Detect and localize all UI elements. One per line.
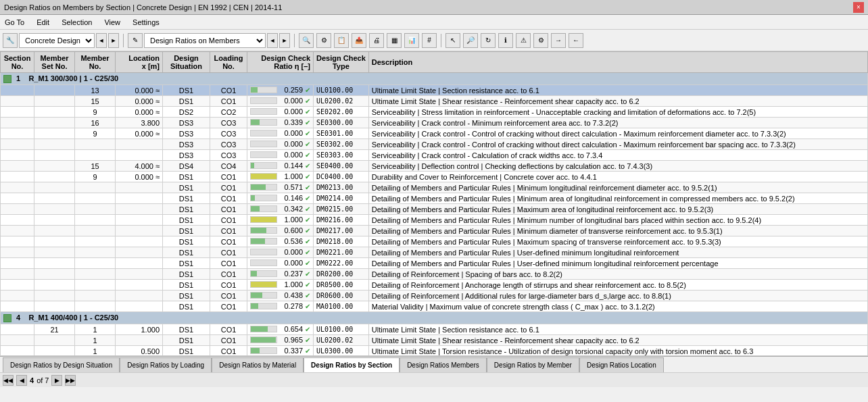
toolbar-arrow-right-icon[interactable]: → — [551, 33, 566, 48]
cell-check-type: DR0200.00 — [314, 269, 369, 280]
table-row[interactable]: DS3 CO3 0.000 ✔ SE0303.00 Serviceability… — [1, 150, 868, 161]
cell-check-type: DM0216.00 — [314, 215, 369, 226]
page-first-btn[interactable]: ◀◀ — [3, 375, 14, 386]
menu-goto[interactable]: Go To — [3, 18, 26, 27]
toolbar-warning-icon[interactable]: ⚠ — [516, 33, 531, 48]
table-row[interactable]: 9 0.000 ≈ DS3 CO3 0.000 ✔ SE0301.00 Serv… — [1, 128, 868, 139]
cell-member-set — [34, 204, 75, 215]
cell-loading: CO1 — [210, 247, 247, 258]
table-row[interactable]: 9 0.000 ≈ DS1 CO1 1.000 ✔ DC0400.00 Dura… — [1, 172, 868, 182]
toolbar-chart-icon[interactable]: 📊 — [404, 33, 419, 48]
cell-location — [116, 182, 163, 193]
toolbar-grid-icon[interactable]: ▦ — [387, 33, 402, 48]
tab-material[interactable]: Design Ratios by Material — [212, 357, 304, 372]
page-next-btn[interactable]: ▶ — [51, 375, 62, 386]
tab-design-situation[interactable]: Design Ratios by Design Situation — [3, 357, 120, 372]
cell-location — [116, 226, 163, 236]
close-button[interactable]: × — [853, 2, 864, 13]
table-row[interactable]: 21 1 1.000 DS1 CO1 0.654 ✔ UL0100.00 Ult… — [1, 324, 868, 335]
cell-location — [116, 335, 163, 346]
cell-location — [116, 301, 163, 312]
table-row[interactable]: DS1 CO1 0.237 ✔ DR0200.00 Detailing of R… — [1, 269, 868, 280]
cell-loading: CO1 — [210, 346, 247, 356]
toolbar-info-icon[interactable]: ℹ — [498, 33, 513, 48]
tab-member[interactable]: Design Ratios by Member — [487, 357, 579, 372]
cell-location — [116, 280, 163, 291]
table-row[interactable]: DS1 CO1 0.000 ✔ DM0222.00 Detailing of M… — [1, 258, 868, 269]
toolbar-config-icon[interactable]: ⚙ — [533, 33, 548, 48]
page-last-btn[interactable]: ▶▶ — [65, 375, 76, 386]
cell-description: Serviceability | Deflection control | Ch… — [368, 161, 867, 172]
view-prev[interactable]: ◄ — [267, 33, 278, 48]
toolbar-number-icon[interactable]: # — [422, 33, 437, 48]
toolbar-export-icon[interactable]: 📤 — [352, 33, 366, 48]
tab-loading[interactable]: Design Ratios by Loading — [120, 357, 212, 372]
toolbar-search-icon[interactable]: 🔍 — [299, 33, 314, 48]
cell-design-sit: DS1 — [163, 258, 210, 269]
table-row[interactable]: DS1 CO1 0.342 ✔ DM0215.00 Detailing of M… — [1, 204, 868, 215]
toolbar-select-icon[interactable]: ↖ — [445, 33, 460, 48]
table-row[interactable]: 9 0.000 ≈ DS2 CO2 0.000 ✔ SE0202.00 Serv… — [1, 107, 868, 118]
module-dropdown[interactable]: Concrete Design — [19, 33, 95, 48]
table-row[interactable]: DS1 CO1 0.600 ✔ DM0217.00 Detailing of M… — [1, 226, 868, 236]
toolbar-icon-1[interactable]: 🔧 — [3, 33, 18, 48]
table-row[interactable]: DS1 CO1 0.571 ✔ DM0213.00 Detailing of M… — [1, 182, 868, 193]
toolbar-filter-icon[interactable]: ⚙ — [316, 33, 331, 48]
cell-location — [116, 215, 163, 226]
table-row[interactable]: DS1 CO1 0.146 ✔ DM0214.00 Detailing of M… — [1, 193, 868, 204]
toolbar-copy-icon[interactable]: 📋 — [334, 33, 349, 48]
table-row[interactable]: DS1 CO1 0.438 ✔ DR0600.00 Detailing of R… — [1, 291, 868, 301]
table-row[interactable]: 1 0.500 DS1 CO1 0.337 ✔ UL0300.00 Ultima… — [1, 346, 868, 356]
menu-edit[interactable]: Edit — [34, 18, 51, 27]
toolbar-zoom-icon[interactable]: 🔎 — [463, 33, 478, 48]
menu-view[interactable]: View — [102, 18, 122, 27]
cell-location: 0.000 ≈ — [116, 107, 163, 118]
toolbar-print-icon[interactable]: 🖨 — [369, 33, 384, 48]
table-row[interactable]: 15 0.000 ≈ DS1 CO1 0.000 ✔ UL0200.02 Ult… — [1, 96, 868, 107]
table-row[interactable]: DS1 CO1 1.000 ✔ DR0500.00 Detailing of R… — [1, 280, 868, 291]
toolbar-arrow-left-icon[interactable]: ← — [569, 33, 583, 48]
cell-member: 15 — [75, 161, 116, 172]
module-prev[interactable]: ◄ — [96, 33, 107, 48]
table-row[interactable]: DS1 CO1 0.278 ✔ MA0100.00 Material Valid… — [1, 301, 868, 312]
cell-description: Ultimate Limit State | Shear resistance … — [368, 96, 867, 107]
cell-design-sit: DS1 — [163, 301, 210, 312]
toolbar-pencil-icon[interactable]: ✎ — [128, 33, 143, 48]
cell-member: 9 — [75, 172, 116, 182]
module-next[interactable]: ► — [108, 33, 119, 48]
tab-section[interactable]: Design Ratios by Section — [304, 357, 400, 372]
tab-members[interactable]: Design Ratios Members — [400, 357, 487, 372]
cell-loading: CO2 — [210, 107, 247, 118]
cell-description: Detailing of Reinforcement | Additional … — [368, 291, 867, 301]
title-bar: Design Ratios on Members by Section | Co… — [0, 0, 868, 15]
view-next[interactable]: ► — [279, 33, 290, 48]
table-row[interactable]: 16 3.800 DS3 CO3 0.339 ✔ SE0300.00 Servi… — [1, 118, 868, 128]
cell-design-sit: DS1 — [163, 215, 210, 226]
cell-design-sit: DS3 — [163, 139, 210, 150]
cell-section — [1, 236, 34, 247]
table-row[interactable]: DS1 CO1 1.000 ✔ DM0216.00 Detailing of M… — [1, 215, 868, 226]
view-dropdown[interactable]: Design Ratios on Members — [144, 33, 266, 48]
table-row[interactable]: 15 4.000 ≈ DS4 CO4 0.144 ✔ SE0400.00 Ser… — [1, 161, 868, 172]
cell-description: Serviceability | Stress limitation in re… — [368, 107, 867, 118]
page-prev-btn[interactable]: ◀ — [16, 375, 27, 386]
menu-selection[interactable]: Selection — [59, 18, 94, 27]
table-row[interactable]: DS1 CO1 0.000 ✔ DM0221.00 Detailing of M… — [1, 247, 868, 258]
toolbar-left-group: 🔧 Concrete Design ◄ ► — [3, 33, 119, 48]
cell-ratio: 0.337 ✔ — [247, 346, 314, 356]
cell-description: Detailing of Members and Particular Rule… — [368, 193, 867, 204]
bottom-tabs: Design Ratios by Design Situation Design… — [0, 356, 868, 372]
cell-loading: CO1 — [210, 193, 247, 204]
toolbar-refresh-icon[interactable]: ↻ — [481, 33, 496, 48]
table-row[interactable]: 13 0.000 ≈ DS1 CO1 0.259 ✔ UL0100.00 Ult… — [1, 85, 868, 96]
table-row[interactable]: DS1 CO1 0.536 ✔ DM0218.00 Detailing of M… — [1, 236, 868, 247]
cell-description: Detailing of Members and Particular Rule… — [368, 247, 867, 258]
menu-settings[interactable]: Settings — [130, 18, 162, 27]
table-row[interactable]: DS3 CO3 0.000 ✔ SE0302.00 Serviceability… — [1, 139, 868, 150]
table-row[interactable]: 1 DS1 CO1 0.965 ✔ UL0200.02 Ultimate Lim… — [1, 335, 868, 346]
cell-member-set — [34, 269, 75, 280]
tab-location[interactable]: Design Ratios Location — [579, 357, 664, 372]
cell-check-type: UL0200.02 — [314, 335, 369, 346]
cell-section — [1, 161, 34, 172]
cell-check-type: UL0100.00 — [314, 324, 369, 335]
